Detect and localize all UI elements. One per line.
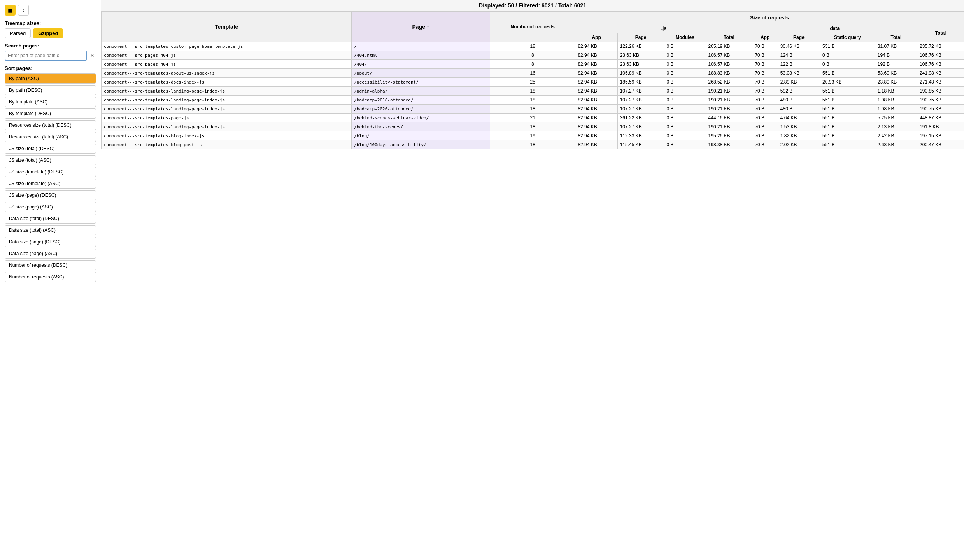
- table-cell: 188.83 KB: [706, 69, 752, 78]
- table-cell: 235.72 KB: [917, 42, 964, 51]
- table-cell: 82.94 KB: [575, 69, 617, 78]
- data-static-query-header: Static query: [820, 33, 875, 42]
- treemap-sizes-label: Treemap sizes:: [5, 20, 96, 26]
- table-cell: 2.13 KB: [875, 122, 917, 131]
- table-cell: 82.94 KB: [575, 60, 617, 69]
- table-cell: 82.94 KB: [575, 122, 617, 131]
- table-row: component---src-templates-docs-index-js/…: [102, 78, 964, 87]
- table-row: component---src-templates-landing-page-i…: [102, 122, 964, 131]
- table-cell: 551 B: [820, 69, 875, 78]
- sort-option-4[interactable]: Resources size (total) (DESC): [5, 120, 96, 130]
- table-cell: 5.25 KB: [875, 114, 917, 122]
- sort-option-3[interactable]: By template (DESC): [5, 108, 96, 119]
- sort-option-11[interactable]: JS size (page) (ASC): [5, 202, 96, 212]
- sort-option-10[interactable]: JS size (page) (DESC): [5, 190, 96, 200]
- table-cell: 185.59 KB: [617, 78, 664, 87]
- data-app-header: App: [752, 33, 778, 42]
- table-cell: 1.82 KB: [778, 131, 820, 140]
- table-cell: 70 B: [752, 140, 778, 149]
- js-modules-header: Modules: [664, 33, 706, 42]
- data-header: data: [752, 24, 917, 33]
- table-cell: 480 B: [778, 96, 820, 105]
- table-cell: 2.42 KB: [875, 131, 917, 140]
- sort-option-12[interactable]: Data size (total) (DESC): [5, 214, 96, 224]
- table-cell: 0 B: [664, 140, 706, 149]
- table-cell: 82.94 KB: [575, 78, 617, 87]
- sort-option-1[interactable]: By path (DESC): [5, 85, 96, 95]
- table-cell: 0 B: [664, 131, 706, 140]
- table-row: component---src-templates-blog-index-js/…: [102, 131, 964, 140]
- table-cell: 0 B: [820, 60, 875, 69]
- table-cell: 190.85 KB: [917, 87, 964, 96]
- page-header[interactable]: Page ↑: [352, 12, 490, 42]
- table-row: component---src-pages-404-js/404/882.94 …: [102, 60, 964, 69]
- table-cell: 82.94 KB: [575, 131, 617, 140]
- sort-option-8[interactable]: JS size (template) (DESC): [5, 167, 96, 177]
- table-cell: /404.html: [352, 51, 490, 60]
- table-cell: 107.27 KB: [617, 105, 664, 114]
- table-cell: 107.27 KB: [617, 87, 664, 96]
- table-cell: 106.57 KB: [706, 51, 752, 60]
- table-cell: 53.08 KB: [778, 69, 820, 78]
- table-cell: 122 B: [778, 60, 820, 69]
- table-cell: 551 B: [820, 105, 875, 114]
- table-cell: 197.15 KB: [917, 131, 964, 140]
- table-cell: 0 B: [664, 78, 706, 87]
- table-cell: /blog/: [352, 131, 490, 140]
- table-cell: 70 B: [752, 42, 778, 51]
- treemap-icon-button[interactable]: ▣: [5, 5, 16, 16]
- table-cell: 271.48 KB: [917, 78, 964, 87]
- sort-option-16[interactable]: Number of requests (DESC): [5, 260, 96, 270]
- table-cell: 18: [490, 87, 575, 96]
- table-cell: component---src-templates-blog-index-js: [102, 131, 352, 140]
- sort-option-5[interactable]: Resources size (total) (ASC): [5, 132, 96, 142]
- table-cell: 551 B: [820, 42, 875, 51]
- table-cell: 106.76 KB: [917, 51, 964, 60]
- parsed-button[interactable]: Parsed: [5, 28, 31, 38]
- sort-option-17[interactable]: Number of requests (ASC): [5, 272, 96, 282]
- data-page-header: Page: [778, 33, 820, 42]
- sort-option-6[interactable]: JS size (total) (DESC): [5, 144, 96, 154]
- table-cell: 190.21 KB: [706, 87, 752, 96]
- table-cell: 70 B: [752, 78, 778, 87]
- table-cell: 18: [490, 105, 575, 114]
- sort-option-0[interactable]: By path (ASC): [5, 74, 96, 84]
- table-cell: 0 B: [664, 122, 706, 131]
- sort-label: Sort pages:: [5, 65, 96, 71]
- table-cell: 0 B: [664, 87, 706, 96]
- table-cell: 480 B: [778, 105, 820, 114]
- table-cell: 361.22 KB: [617, 114, 664, 122]
- table-row: component---src-pages-404-js/404.html882…: [102, 51, 964, 60]
- table-cell: 195.26 KB: [706, 131, 752, 140]
- chevron-button[interactable]: ‹: [18, 5, 29, 16]
- sort-option-9[interactable]: JS size (template) (ASC): [5, 178, 96, 189]
- js-page-header: Page: [617, 33, 664, 42]
- table-cell: component---src-templates-about-us-index…: [102, 69, 352, 78]
- sort-option-13[interactable]: Data size (total) (ASC): [5, 225, 96, 235]
- table-cell: 70 B: [752, 60, 778, 69]
- table-cell: 82.94 KB: [575, 105, 617, 114]
- table-cell: 16: [490, 69, 575, 78]
- js-app-header: App: [575, 33, 617, 42]
- table-cell: 8: [490, 60, 575, 69]
- table-cell: 23.89 KB: [875, 78, 917, 87]
- table-cell: 19: [490, 131, 575, 140]
- search-input[interactable]: [5, 51, 87, 61]
- table-row: component---src-templates-page-js/behind…: [102, 114, 964, 122]
- main-content: Displayed: 50 / Filtered: 6021 / Total: …: [101, 0, 964, 560]
- sort-option-7[interactable]: JS size (total) (ASC): [5, 155, 96, 165]
- clear-search-button[interactable]: ✕: [88, 52, 96, 60]
- sort-option-14[interactable]: Data size (page) (DESC): [5, 237, 96, 247]
- table-cell: component---src-templates-page-js: [102, 114, 352, 122]
- table-cell: 551 B: [820, 114, 875, 122]
- gzipped-button[interactable]: Gzipped: [33, 28, 63, 38]
- sort-option-15[interactable]: Data size (page) (ASC): [5, 248, 96, 259]
- table-cell: 70 B: [752, 51, 778, 60]
- table-cell: 70 B: [752, 96, 778, 105]
- table-cell: 2.89 KB: [778, 78, 820, 87]
- sort-option-2[interactable]: By template (ASC): [5, 97, 96, 107]
- table-cell: 444.16 KB: [706, 114, 752, 122]
- size-requests-header: Size of requests: [575, 12, 964, 24]
- table-cell: /404/: [352, 60, 490, 69]
- data-table: Template Page ↑ Number of requests Size …: [101, 11, 964, 149]
